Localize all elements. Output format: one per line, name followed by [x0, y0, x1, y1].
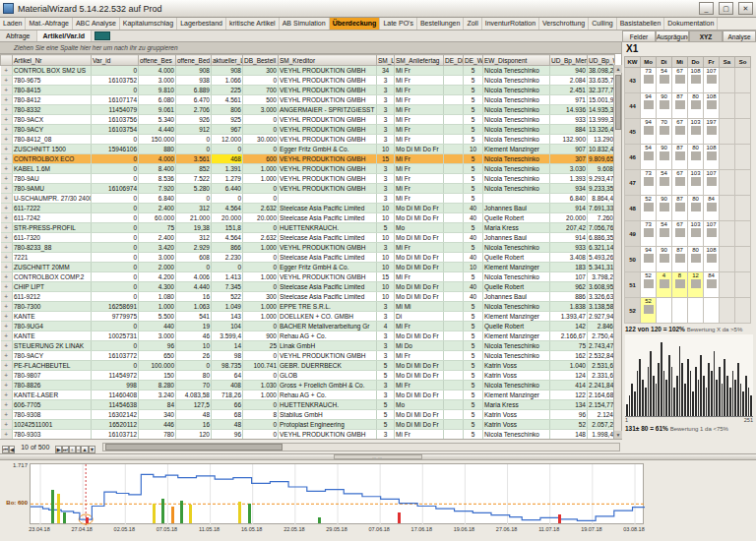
grid-cell[interactable]: 2.084 — [550, 76, 588, 86]
row-expander-icon[interactable]: + — [1, 184, 13, 194]
row-expander-icon[interactable]: + — [1, 243, 13, 253]
grid-row[interactable]: +611-732002.4003124.5642.632Steelcase As… — [1, 233, 615, 243]
grid-cell[interactable] — [444, 204, 464, 213]
scrollbar-thumb[interactable] — [615, 75, 621, 130]
grid-cell[interactable]: 14.935,36 — [588, 105, 615, 115]
grid-cell[interactable]: 11454079 — [92, 105, 139, 115]
calendar-cell[interactable] — [720, 247, 735, 272]
grid-cell[interactable]: 5 — [464, 371, 483, 381]
grid-cell[interactable]: Mo Di Mi Do Fr — [395, 292, 444, 302]
calendar-cell[interactable] — [720, 145, 735, 170]
column-header-offene-bed[interactable]: offene_Bed — [176, 55, 212, 66]
grid-cell[interactable]: 3 — [377, 341, 395, 351]
grid-cell[interactable]: 8 — [243, 410, 279, 420]
grid-cell[interactable]: 2.000 — [139, 263, 176, 272]
grid-cell[interactable]: Nicola Teneschinko — [483, 164, 550, 174]
grid-cell[interactable]: 312 — [176, 204, 212, 213]
grid-cell[interactable]: 225 — [212, 86, 243, 95]
grid-cell[interactable]: 10 — [377, 263, 395, 272]
calendar-cell[interactable]: 54 — [657, 170, 672, 196]
grid-cell[interactable]: 2.531,6 — [588, 361, 615, 371]
row-expander-icon[interactable]: + — [1, 66, 13, 76]
grid-cell[interactable]: 3.000 — [139, 76, 176, 86]
calendar-cell[interactable] — [720, 170, 735, 196]
grid-cell[interactable]: 500 — [243, 95, 279, 105]
grid-cell[interactable]: 52 — [550, 420, 588, 430]
calendar-cell[interactable]: 73 — [641, 221, 657, 247]
menu-tab-laden[interactable]: Laden — [0, 18, 26, 30]
menu-tab-basistabellen[interactable]: Basistabellen — [617, 18, 665, 30]
grid-cell[interactable]: 2.532,84 — [588, 351, 615, 361]
grid-cell[interactable]: VEYHL PRODUKTION GMBH — [279, 95, 377, 105]
grid-cell[interactable]: 908 — [212, 66, 243, 76]
grid-cell[interactable]: CONTROLBOX ECO — [13, 154, 92, 164]
grid-cell[interactable]: 9.233,35 — [588, 184, 615, 194]
grid-cell[interactable]: 600 — [243, 154, 279, 164]
grid-cell[interactable]: 780-8415 — [13, 86, 92, 95]
grid-cell[interactable]: 0 — [92, 292, 139, 302]
horizontal-splitter[interactable]: …… — [0, 453, 756, 460]
grid-cell[interactable]: 3 — [377, 86, 395, 95]
calendar-cell[interactable]: 84 — [704, 196, 720, 221]
grid-cell[interactable]: 16258691 — [92, 302, 139, 312]
grid-cell[interactable]: 0 — [243, 430, 279, 440]
grid-cell[interactable]: 866 — [212, 243, 243, 253]
column-header-ew-disponent[interactable]: EW_Disponent — [483, 55, 550, 66]
grid-cell[interactable]: Mi Fr — [395, 381, 444, 391]
grid-cell[interactable] — [444, 312, 464, 322]
grid-cell[interactable]: 15 — [377, 154, 395, 164]
grid-cell[interactable]: 1.393 — [550, 174, 588, 184]
grid-cell[interactable]: Klement Manzinger — [483, 331, 550, 341]
calendar-cell[interactable]: 108 — [704, 247, 720, 272]
grid-cell[interactable]: 5 — [464, 95, 483, 105]
grid-cell[interactable]: VEYHL PRODUKTION GMBH — [279, 430, 377, 440]
grid-cell[interactable]: 440 — [139, 322, 176, 331]
grid-cell[interactable]: 7.920 — [139, 184, 176, 194]
grid-cell[interactable]: 780-9ACX — [13, 115, 92, 125]
grid-cell[interactable]: 6.080 — [139, 95, 176, 105]
grid-cell[interactable]: 10.832,4 — [588, 145, 615, 154]
grid-cell[interactable]: 10 — [464, 263, 483, 272]
grid-cell[interactable]: 0 — [243, 253, 279, 263]
calendar-cell[interactable] — [720, 272, 735, 298]
grid-cell[interactable]: Egger Fritz GmbH & Co. — [279, 145, 377, 154]
grid-cell[interactable]: Mi Fr — [395, 351, 444, 361]
grid-cell[interactable]: 940 — [550, 66, 588, 76]
grid-cell[interactable]: Mo Di Mi Do Fr — [395, 331, 444, 341]
grid-cell[interactable]: 40 — [464, 233, 483, 243]
grid-cell[interactable]: Mo Di Mi Do Fr — [395, 410, 444, 420]
calendar-cell[interactable]: 107 — [704, 68, 720, 93]
grid-cell[interactable]: 5 — [377, 371, 395, 381]
grid-cell[interactable]: 4.200 — [139, 272, 176, 282]
calendar-cell[interactable] — [735, 221, 751, 247]
grid-cell[interactable]: 11454638 — [92, 400, 139, 410]
grid-row[interactable]: +KABEL 1.6M08.4008521.3911.000VEYHL PROD… — [1, 164, 615, 174]
grid-cell[interactable]: 134 — [550, 400, 588, 410]
grid-cell[interactable]: 104 — [212, 322, 243, 331]
grid-cell[interactable]: Nicola Teneschinko — [483, 154, 550, 164]
grid-cell[interactable]: 7.691,33 — [588, 204, 615, 213]
grid-cell[interactable]: Mi Fr — [395, 272, 444, 282]
grid-cell[interactable]: 20.000 — [243, 213, 279, 223]
grid-cell[interactable]: Mi Fr — [395, 194, 444, 204]
grid-cell[interactable] — [444, 174, 464, 184]
grid-cell[interactable]: Nicola Teneschinko — [483, 243, 550, 253]
calendar-cell[interactable]: 73 — [641, 170, 657, 196]
grid-cell[interactable]: 2.230 — [212, 253, 243, 263]
grid-cell[interactable]: 780-9AU — [13, 174, 92, 184]
grid-cell[interactable]: 5.341,31 — [588, 263, 615, 272]
grid-cell[interactable]: 96 — [212, 430, 243, 440]
grid-cell[interactable]: HUETTENKRAUCH. — [279, 400, 377, 410]
grid-cell[interactable]: Mo Di Mi Do Fr — [395, 263, 444, 272]
grid-cell[interactable]: 2.706 — [176, 105, 212, 115]
grid-cell[interactable]: 3.000 — [139, 331, 176, 341]
grid-cell[interactable]: CONTROLBOX COMP.2 — [13, 272, 92, 282]
grid-cell[interactable]: KANTE — [13, 312, 92, 322]
grid-cell[interactable]: 0 — [92, 282, 139, 292]
grid-cell[interactable]: 0 — [92, 322, 139, 331]
grid-cell[interactable]: 4.561 — [212, 95, 243, 105]
calendar-cell[interactable]: 52 — [641, 196, 657, 221]
grid-cell[interactable] — [444, 76, 464, 86]
column-header-artikel-nr[interactable]: Artikel_Nr — [13, 55, 92, 66]
calendar-cell[interactable]: 94 — [641, 119, 657, 145]
